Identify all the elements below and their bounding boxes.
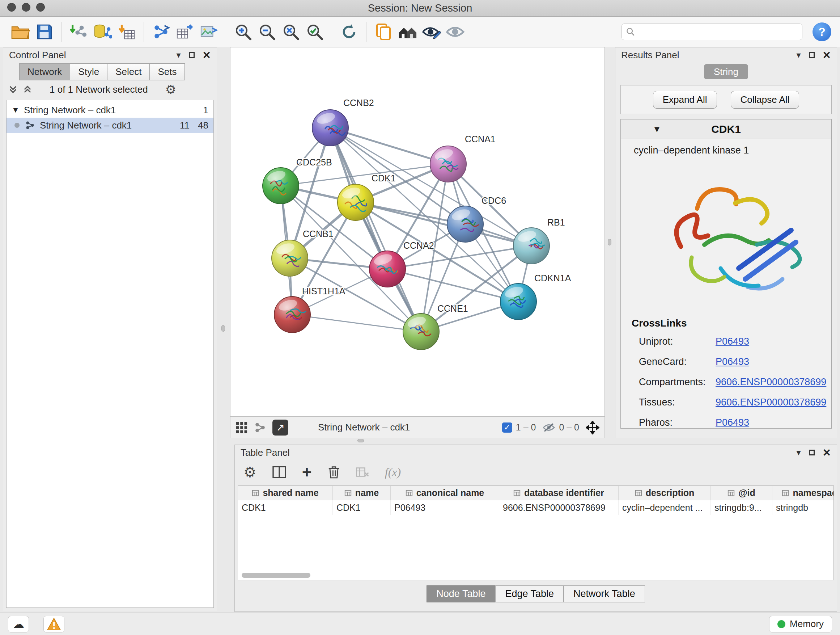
warnings-button[interactable] xyxy=(43,616,65,632)
tab-string[interactable]: String xyxy=(704,64,748,79)
zoom-in-button[interactable] xyxy=(231,20,255,44)
chevron-down-icon[interactable]: ▼ xyxy=(11,105,24,115)
network-canvas[interactable]: CCNB2CCNA1CDC25BCDK1CDC6RB1CCNB1CCNA2CDK… xyxy=(230,47,605,417)
float-panel-icon[interactable] xyxy=(809,450,815,455)
zoom-window-button[interactable] xyxy=(36,3,45,11)
network-edge[interactable] xyxy=(292,315,421,332)
float-panel-icon[interactable] xyxy=(809,52,815,58)
tab-network[interactable]: Network xyxy=(19,63,70,80)
table-cell[interactable]: P06493 xyxy=(391,500,499,515)
cloud-status-button[interactable]: ☁ xyxy=(8,616,29,632)
crosslink-value-link[interactable]: P06493 xyxy=(715,417,749,428)
table-cell[interactable]: cyclin–dependent ... xyxy=(619,500,711,515)
network-node-ccnb1[interactable] xyxy=(272,240,308,276)
memory-button[interactable]: Memory xyxy=(769,616,832,632)
horizontal-scrollbar[interactable] xyxy=(242,573,310,578)
panel-menu-icon[interactable]: ▾ xyxy=(796,50,801,60)
collapse-all-button[interactable]: Collapse All xyxy=(731,91,799,109)
column-header-namespace[interactable]: namespace xyxy=(772,486,834,500)
help-button[interactable]: ? xyxy=(813,22,831,41)
network-node-ccnb2[interactable] xyxy=(312,110,348,146)
table-settings-gear-icon[interactable]: ⚙ xyxy=(243,464,256,480)
column-header-name[interactable]: name xyxy=(333,486,391,500)
expand-all-button[interactable]: Expand All xyxy=(653,91,717,109)
grid-view-icon[interactable] xyxy=(235,421,248,434)
network-node-cdc25b[interactable] xyxy=(263,168,299,204)
collapse-all-icon[interactable] xyxy=(8,85,18,94)
table-cell[interactable]: stringdb xyxy=(772,500,834,515)
export-table-button[interactable] xyxy=(173,20,197,44)
copy-button[interactable] xyxy=(371,20,395,44)
table-cell[interactable]: stringdb:9... xyxy=(711,500,772,515)
right-splitter-handle[interactable] xyxy=(608,239,611,245)
zoom-selected-button[interactable] xyxy=(303,20,327,44)
search-input[interactable] xyxy=(638,27,798,37)
network-node-ccna2[interactable] xyxy=(369,251,406,287)
minimize-window-button[interactable] xyxy=(22,3,30,11)
panel-menu-icon[interactable]: ▾ xyxy=(176,50,180,60)
hide-selected-button[interactable] xyxy=(419,20,443,44)
crosslink-value-link[interactable]: P06493 xyxy=(715,336,749,347)
network-graph[interactable]: CCNB2CCNA1CDC25BCDK1CDC6RB1CCNB1CCNA2CDK… xyxy=(231,48,605,416)
network-edge[interactable] xyxy=(330,128,421,332)
chevron-down-icon[interactable]: ▼ xyxy=(653,124,661,134)
table-cell[interactable]: 9606.ENSP00000378699 xyxy=(499,500,619,515)
close-panel-icon[interactable]: ✕ xyxy=(823,447,831,459)
clear-table-icon[interactable] xyxy=(356,467,369,478)
table-row[interactable]: CDK1CDK1P064939606.ENSP00000378699cyclin… xyxy=(238,500,834,515)
close-window-button[interactable] xyxy=(7,3,16,11)
import-network-file-button[interactable] xyxy=(67,20,91,44)
network-row[interactable]: String Network – cdk1 11 48 xyxy=(6,118,213,133)
network-node-ccne1[interactable] xyxy=(403,314,439,350)
network-node-cdk1[interactable] xyxy=(338,184,374,220)
bottom-splitter-handle[interactable] xyxy=(357,439,364,442)
zoom-fit-button[interactable] xyxy=(279,20,303,44)
function-builder-icon[interactable]: f(x) xyxy=(385,466,401,479)
close-panel-icon[interactable]: ✕ xyxy=(202,49,211,61)
export-image-button[interactable] xyxy=(197,20,221,44)
tab-sets[interactable]: Sets xyxy=(149,63,185,80)
tab-network-table[interactable]: Network Table xyxy=(564,585,645,602)
add-column-icon[interactable]: + xyxy=(302,464,312,480)
birds-eye-view-button[interactable]: ↗ xyxy=(272,420,288,435)
network-node-rb1[interactable] xyxy=(513,228,549,264)
table-cell[interactable]: CDK1 xyxy=(333,500,391,515)
refresh-layout-button[interactable] xyxy=(337,20,361,44)
close-panel-icon[interactable]: ✕ xyxy=(823,49,831,61)
import-table-button[interactable] xyxy=(115,20,139,44)
network-edge[interactable] xyxy=(330,128,448,164)
table-cell[interactable]: CDK1 xyxy=(238,500,333,515)
network-from-selection-button[interactable] xyxy=(149,20,173,44)
delete-column-icon[interactable] xyxy=(328,465,340,479)
network-node-ccna1[interactable] xyxy=(430,146,466,182)
gear-icon[interactable]: ⚙ xyxy=(165,82,176,97)
network-node-cdc6[interactable] xyxy=(447,206,483,242)
column-header--id[interactable]: @id xyxy=(711,486,772,500)
network-view-icon[interactable] xyxy=(254,422,266,433)
import-network-database-button[interactable] xyxy=(91,20,115,44)
crosslink-value-link[interactable]: 9606.ENSP00000378699 xyxy=(715,397,826,408)
save-session-button[interactable] xyxy=(33,20,57,44)
network-node-cdkn1a[interactable] xyxy=(500,283,537,320)
tab-edge-table[interactable]: Edge Table xyxy=(495,585,564,602)
float-panel-icon[interactable] xyxy=(189,52,195,58)
zoom-out-button[interactable] xyxy=(255,20,279,44)
tab-style[interactable]: Style xyxy=(70,63,107,80)
expand-all-icon[interactable] xyxy=(23,85,32,94)
pan-move-icon[interactable] xyxy=(586,421,600,434)
column-header-shared-name[interactable]: shared name xyxy=(238,486,333,500)
open-session-button[interactable] xyxy=(9,20,33,44)
selected-checkbox-icon[interactable]: ✓ xyxy=(502,423,512,432)
left-splitter-handle[interactable] xyxy=(221,325,225,332)
select-columns-icon[interactable] xyxy=(272,466,286,478)
tab-node-table[interactable]: Node Table xyxy=(426,585,495,602)
crosslink-value-link[interactable]: 9606.ENSP00000378699 xyxy=(715,377,826,388)
network-node-hist1h1a[interactable] xyxy=(274,296,310,333)
crosslink-value-link[interactable]: P06493 xyxy=(715,356,749,367)
show-all-button[interactable] xyxy=(443,20,467,44)
tab-select[interactable]: Select xyxy=(107,63,149,80)
panel-menu-icon[interactable]: ▾ xyxy=(796,448,801,458)
home-button[interactable] xyxy=(395,20,419,44)
network-collection-row[interactable]: ▼ String Network – cdk1 1 xyxy=(6,103,213,118)
column-header-canonical-name[interactable]: canonical name xyxy=(391,486,499,500)
